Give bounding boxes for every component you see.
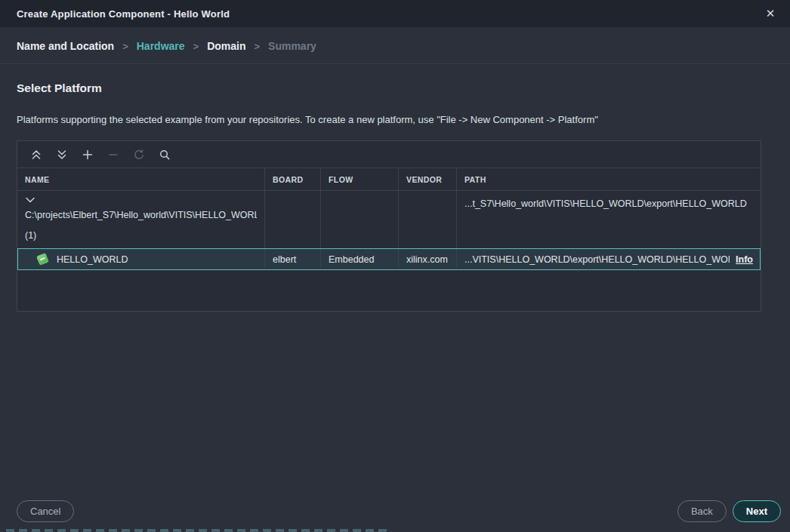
platform-board-cell: elbert	[265, 248, 321, 270]
platform-vendor-cell: xilinx.com	[399, 248, 457, 270]
add-icon[interactable]	[75, 144, 100, 165]
next-button[interactable]: Next	[733, 500, 781, 522]
column-header-name[interactable]: NAME	[17, 168, 265, 190]
dialog-title: Create Application Component - Hello Wor…	[17, 8, 230, 20]
collapse-all-icon[interactable]	[23, 144, 49, 165]
chevron-right-icon: >	[193, 41, 199, 52]
platform-name: HELLO_WORLD	[57, 254, 128, 265]
clipped-background-text	[6, 529, 391, 532]
platform-path: ...VITIS\HELLO_WORLD\export\HELLO_WORLD\…	[464, 254, 730, 265]
close-icon[interactable]: ✕	[758, 0, 782, 27]
group-flow-cell	[321, 191, 399, 248]
breadcrumb-step-domain[interactable]: Domain	[207, 40, 245, 52]
chevron-down-icon[interactable]	[26, 197, 35, 203]
breadcrumb-step-hardware[interactable]: Hardware	[137, 40, 185, 52]
info-link[interactable]: Info	[736, 254, 753, 265]
chevron-right-icon: >	[254, 41, 260, 52]
platform-path-cell: ...VITIS\HELLO_WORLD\export\HELLO_WORLD\…	[457, 248, 761, 270]
back-button[interactable]: Back	[677, 500, 727, 522]
group-path-label: ...t_S7\Hello_world\VITIS\HELLO_WORLD\ex…	[464, 198, 753, 209]
table-row-repository-group: C:\projects\Elbert_S7\Hello_world\VITIS\…	[17, 191, 761, 248]
table-header-row: NAME BOARD FLOW VENDOR PATH	[17, 168, 761, 191]
repository-path-label: C:\projects\Elbert_S7\Hello_world\VITIS\…	[25, 210, 257, 220]
chevron-right-icon: >	[122, 41, 128, 52]
platform-name-cell: HELLO_WORLD	[17, 248, 265, 270]
page-title: Select Platform	[17, 81, 102, 95]
group-board-cell	[265, 191, 321, 248]
column-header-path[interactable]: PATH	[457, 168, 761, 190]
platform-flow-cell: Embedded	[321, 248, 399, 270]
breadcrumb-divider	[0, 63, 790, 64]
breadcrumb-step-name-and-location[interactable]: Name and Location	[17, 40, 114, 52]
group-name-cell: C:\projects\Elbert_S7\Hello_world\VITIS\…	[17, 191, 265, 248]
cancel-button[interactable]: Cancel	[17, 500, 74, 522]
platform-table: NAME BOARD FLOW VENDOR PATH C:\projects\…	[17, 140, 761, 312]
column-header-board[interactable]: BOARD	[265, 168, 321, 190]
platform-icon	[36, 253, 49, 266]
group-item-count: (1)	[25, 230, 257, 241]
group-vendor-cell	[399, 191, 457, 248]
remove-icon	[100, 144, 126, 165]
group-path-cell: ...t_S7\Hello_world\VITIS\HELLO_WORLD\ex…	[457, 191, 761, 248]
column-header-vendor[interactable]: VENDOR	[399, 168, 457, 190]
breadcrumb-step-summary: Summary	[268, 40, 316, 52]
expand-all-icon[interactable]	[49, 144, 75, 165]
breadcrumb: Name and Location > Hardware > Domain > …	[17, 40, 316, 52]
search-icon[interactable]	[152, 144, 177, 165]
column-header-flow[interactable]: FLOW	[321, 168, 399, 190]
footer-actions: Back Next	[677, 500, 781, 522]
refresh-icon	[126, 144, 152, 165]
table-toolbar	[17, 141, 761, 168]
dialog-titlebar: Create Application Component - Hello Wor…	[0, 0, 790, 27]
table-row-hello-world-platform[interactable]: HELLO_WORLD elbert Embedded xilinx.com .…	[17, 248, 761, 270]
page-description: Platforms supporting the selected exampl…	[17, 114, 598, 125]
